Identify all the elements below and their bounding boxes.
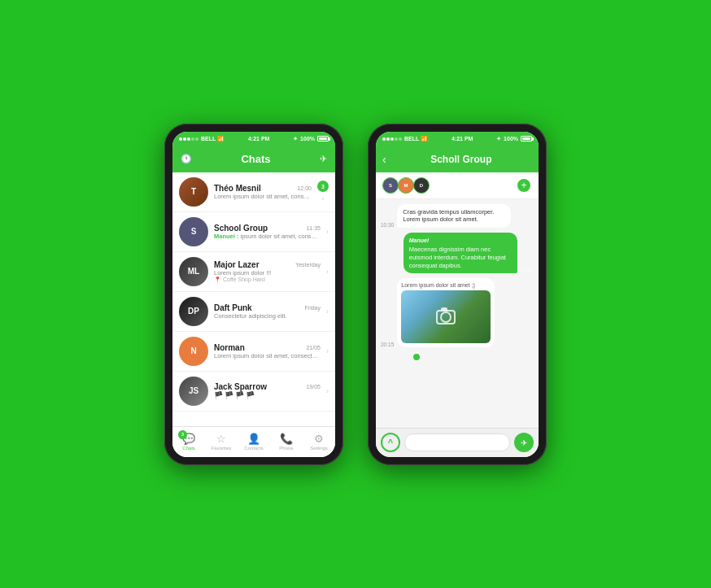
chat-name-norman: Norman [214,343,245,352]
message-input[interactable] [404,433,510,451]
tab-label-phone: Phone [279,446,293,451]
clock-icon[interactable]: 🕐 [181,154,192,164]
chat-flags-jack: 🏴🏴🏴🏴 [214,391,321,399]
battery-pct-right: 100% [504,136,518,142]
online-indicator-row [381,354,534,360]
chat-name-major: Major Lazer [214,260,260,269]
photo-caption: Lorem ipsum dolor sit amet ;) [401,282,491,288]
online-dot [413,354,420,360]
chat-preview-major: Lorem ipsum dolor !!! [214,269,321,277]
chevron-jack: › [326,387,329,395]
chevron-school: › [326,228,329,236]
status-bar-left: BELL 📶 4:21 PM ✦ 100% [172,132,335,146]
avatar-major: ML [179,257,208,286]
chat-content-theo: Théo Mesnil 12:00 Lorem ipsum dolor sit … [214,184,312,200]
msg-time-2: 11:02 [521,268,534,273]
chat-location-major: 📍 Coffe Shop Hard [214,277,321,283]
add-member-button[interactable]: + [516,177,532,194]
group-avatar-s: S [382,177,399,194]
chat-time-major: Yesterday [295,262,321,268]
chevron-major: › [326,268,329,276]
chat-item-jack[interactable]: JS Jack Sparrow 19/05 🏴🏴🏴🏴 › [172,372,335,412]
chat-right-major: › [326,268,329,276]
chat-time-norman: 21/05 [306,345,321,351]
chat-right-theo: 3 › [317,181,329,203]
group-avatar-d: D [413,177,430,194]
chat-right-school: › [326,228,329,236]
group-chat-header: ‹ Scholl Group [376,146,539,172]
tab-phone[interactable]: 📞 Phone [270,427,303,457]
avatar-jack: JS [179,377,208,406]
compose-icon[interactable]: ✈ [320,154,327,164]
avatar-theo: T [179,177,208,207]
chat-name-daft: Daft Punk [214,303,252,312]
time-right: 4:21 PM [451,136,473,142]
badge-theo: 3 [317,181,329,192]
tab-label-favorites: Favorites [212,446,232,451]
chat-time-daft: Friday [305,305,321,311]
msg-bubble-2: Manuel Maecenas dignissim diam nec euism… [403,233,517,273]
avatar-norman: N [179,337,208,366]
person-tab-icon: 👤 [247,433,260,445]
chat-preview-school: Manuel : ipsum dolor sit amet, consectet… [214,233,321,240]
tab-contacts[interactable]: 👤 Contacts [238,427,270,457]
chats-header: 🕐 Chats ✈ [172,146,335,172]
star-tab-icon: ☆ [216,433,226,445]
chat-time-school: 11:35 [306,225,321,231]
chevron-daft: › [326,307,329,316]
upload-button[interactable]: ^ [381,433,400,452]
message-row-1: 10:30 Cras gravida tempus ullamcorper. L… [381,204,534,229]
tab-badge-chats: 3 [178,430,187,439]
phone-chats: BELL 📶 4:21 PM ✦ 100% 🕐 Chats ✈ T [164,124,343,465]
message-row-2: Manuel Maecenas dignissim diam nec euism… [381,233,534,273]
chat-content-daft: Daft Punk Friday Consectetur adipiscing … [214,303,321,320]
screen-chats: BELL 📶 4:21 PM ✦ 100% 🕐 Chats ✈ T [172,132,335,457]
tab-settings[interactable]: ⚙ Settings [303,427,335,457]
chat-content-norman: Norman 21/05 Lorem ipsum dolor sit amet,… [214,343,321,359]
screen-group: BELL 📶 4:21 PM ✦ 100% ‹ Scholl Group S M… [376,132,539,457]
chat-time-theo: 12:00 [297,185,312,191]
wifi-icon-right: 📶 [421,136,428,142]
chat-content-major: Major Lazer Yesterday Lorem ipsum dolor … [214,260,321,283]
chat-preview-daft: Consectetur adipiscing elit. [214,312,321,320]
photo-bubble: Lorem ipsum dolor sit amet ;) [397,278,495,347]
chat-preview-theo: Lorem ipsum dolor sit amet, consectetur … [214,193,312,200]
avatar-daft: DP [179,297,208,326]
carrier-right: BELL [404,136,419,142]
phone-group: BELL 📶 4:21 PM ✦ 100% ‹ Scholl Group S M… [368,124,547,465]
chats-title: Chats [192,153,320,165]
chat-time-jack: 19/05 [306,384,321,390]
tab-chats[interactable]: 3 💬 Chats [172,427,205,457]
chat-item-norman[interactable]: N Norman 21/05 Lorem ipsum dolor sit ame… [172,332,335,372]
chat-right-daft: › [326,307,329,316]
chat-item-daft[interactable]: DP Daft Punk Friday Consectetur adipisci… [172,292,335,332]
battery-icon-right [521,136,532,142]
chat-name-jack: Jack Sparrow [214,382,267,391]
chat-list: T Théo Mesnil 12:00 Lorem ipsum dolor si… [172,172,335,426]
battery-icon-left [317,136,329,142]
chat-content-school: School Group 11:35 Manuel : ipsum dolor … [214,224,321,240]
chat-name-theo: Théo Mesnil [214,184,261,193]
gear-tab-icon: ⚙ [314,433,324,445]
send-button[interactable]: ✈ [514,433,534,452]
chat-input-bar: ^ ✈ [376,428,539,457]
tab-favorites[interactable]: ☆ Favorites [205,427,238,457]
chat-preview-norman: Lorem ipsum dolor sit amet, consectetur.… [214,352,321,359]
back-button[interactable]: ‹ [382,153,386,166]
group-avatar-m: M [398,177,414,194]
messages-area: 10:30 Cras gravida tempus ullamcorper. L… [376,199,539,428]
battery-pct-left: 100% [300,136,315,142]
chevron-theo: › [322,194,325,203]
msg-sender-2: Manuel [409,237,512,244]
chat-content-jack: Jack Sparrow 19/05 🏴🏴🏴🏴 [214,382,321,399]
message-row-3: 20:15 Lorem ipsum dolor sit amet ;) [381,278,534,347]
chat-item-theo[interactable]: T Théo Mesnil 12:00 Lorem ipsum dolor si… [172,172,335,212]
avatar-school: S [179,217,208,246]
chat-item-school[interactable]: S School Group 11:35 Manuel : ipsum dolo… [172,212,335,252]
chat-item-major[interactable]: ML Major Lazer Yesterday Lorem ipsum dol… [172,252,335,292]
tab-label-settings: Settings [310,446,328,451]
group-title: Scholl Group [390,154,532,165]
photo-image [401,290,491,343]
camera-icon [436,310,456,324]
group-avatars-row: S M D + [376,172,539,199]
